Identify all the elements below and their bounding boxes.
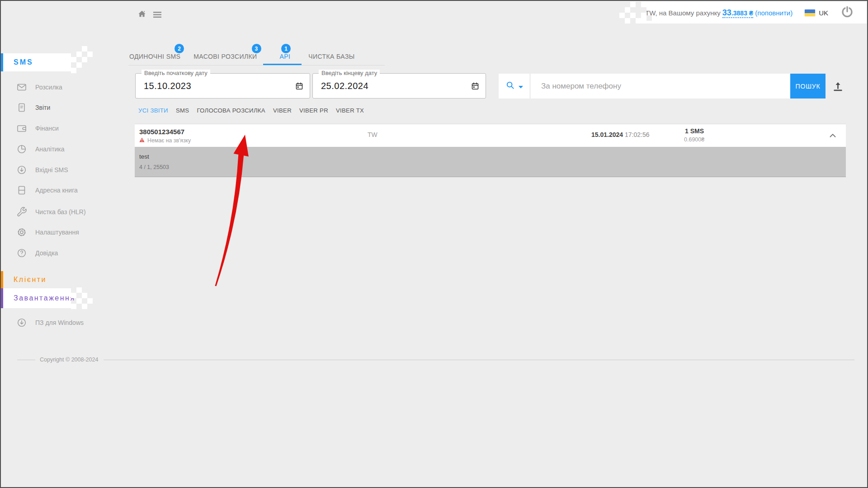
sidebar-section-downloads[interactable]: Завантаження: [0, 288, 71, 308]
message-text: test: [139, 153, 149, 160]
sent-date: 15.01.2024: [591, 131, 623, 138]
pixel-decoration: [630, 2, 636, 7]
message-meta: 4 / 1, 25503: [139, 164, 169, 170]
sidebar-item-chystka-baz[interactable]: Чистка баз (HLR): [16, 203, 86, 221]
sidebar-item-label: Налаштування: [35, 229, 79, 236]
sidebar-item-label: Звіти: [35, 104, 50, 111]
tab-label: API: [280, 53, 291, 60]
date-to-field[interactable]: Введіть кінцеву дату 25.02.2024: [312, 73, 486, 99]
pixel-decoration: [636, 18, 641, 23]
date-from-field[interactable]: Введіть початкову дату 15.10.2023: [135, 73, 310, 99]
pixel-decoration: [646, 15, 652, 21]
search-bar: ПОШУК: [499, 74, 826, 99]
wallet-icon: [16, 123, 27, 134]
balance-prefix: TW, на Вашому рахунку: [645, 9, 721, 17]
sidebar-item-nalashtuvannya[interactable]: Налаштування: [16, 223, 79, 241]
report-filter-tabs: УСІ ЗВІТИ SMS ГОЛОСОВА РОЗСИЛКА VIBER VI…: [138, 107, 364, 114]
ukraine-flag-icon: [805, 9, 815, 16]
tab-badge: 2: [175, 44, 184, 53]
pixel-decoration: [82, 304, 87, 309]
pixel-decoration: [87, 298, 93, 304]
sender-name: TW: [368, 131, 377, 138]
filter-sms[interactable]: SMS: [176, 107, 189, 114]
tab-chystka-bazy[interactable]: ЧИСТКА БАЗЫ: [302, 44, 361, 65]
power-logout-icon[interactable]: [840, 5, 854, 20]
filter-holosova-rozsylka[interactable]: ГОЛОСОВА РОЗСИЛКА: [197, 107, 265, 114]
currency-symbol: ₴: [749, 9, 753, 17]
app-root: TW, на Вашому рахунку 33.3883 ₴ (поповни…: [0, 0, 868, 488]
search-input[interactable]: [530, 74, 790, 99]
sidebar-item-windows-app[interactable]: ПЗ для Windows: [16, 314, 84, 332]
pixel-decoration: [87, 52, 93, 57]
filter-viber-tx[interactable]: VIBER TX: [336, 107, 364, 114]
sidebar-section-clients[interactable]: Клієнти: [0, 271, 71, 288]
report-row-details: test 4 / 1, 25503: [135, 147, 846, 177]
sidebar-item-dovidka[interactable]: Довідка: [16, 244, 58, 262]
sms-count: 1 SMS: [685, 127, 704, 135]
language-code: UK: [819, 9, 828, 17]
pixel-decoration: [619, 13, 625, 18]
sidebar-item-rozsylka[interactable]: Розсилка: [16, 78, 62, 96]
tab-label: ОДИНОЧНІ SMS: [129, 53, 180, 60]
analytics-icon: [16, 144, 27, 155]
balance-amount[interactable]: 33.3883 ₴: [722, 9, 753, 18]
phone-number: 380501234567: [139, 128, 184, 136]
tab-badge: 1: [281, 44, 291, 53]
main-tabs: ОДИНОЧНІ SMS 2 МАСОВІ РОЗСИЛКИ 3 API 1 Ч…: [128, 44, 385, 66]
sidebar-item-finansy[interactable]: Фінанси: [16, 119, 59, 137]
sidebar-item-label: Розсилка: [35, 84, 62, 91]
divider: [104, 360, 854, 360]
language-switcher[interactable]: UK: [805, 9, 828, 17]
pixel-decoration: [641, 7, 646, 13]
date-to-value: 25.02.2024: [321, 74, 368, 98]
pixel-decoration: [71, 57, 76, 62]
copyright-text: Copyright © 2008-2024: [40, 357, 98, 363]
status-badge: Немає на зв'язку: [139, 137, 191, 144]
upload-icon[interactable]: [832, 80, 844, 94]
hamburger-icon[interactable]: [153, 12, 162, 20]
filter-viber-pr[interactable]: VIBER PR: [299, 107, 328, 114]
mail-icon: [16, 82, 27, 93]
report-icon: [16, 102, 27, 113]
calendar-icon[interactable]: [295, 81, 304, 93]
report-row[interactable]: 380501234567 Немає на зв'язку TW 15.01.2…: [135, 124, 846, 147]
tab-api[interactable]: API 1: [263, 44, 302, 65]
date-from-value: 15.10.2023: [144, 74, 191, 98]
sidebar-item-zvity[interactable]: Звіти: [16, 99, 50, 117]
search-icon: [505, 80, 515, 92]
pixel-decoration: [76, 52, 82, 57]
tab-masovi-rozsylky[interactable]: МАСОВІ РОЗСИЛКИ 3: [187, 44, 263, 65]
search-button[interactable]: ПОШУК: [790, 74, 826, 99]
filter-viber[interactable]: VIBER: [273, 107, 292, 114]
sidebar-item-label: Чистка баз (HLR): [35, 208, 86, 216]
search-type-dropdown[interactable]: [499, 74, 530, 99]
topup-link[interactable]: (поповнити): [755, 9, 793, 17]
pixel-decoration: [82, 57, 87, 62]
tab-badge: 3: [252, 44, 261, 53]
sidebar-brand-sms[interactable]: SMS: [0, 53, 71, 71]
tab-odynochni-sms[interactable]: ОДИНОЧНІ SMS 2: [128, 44, 187, 65]
status-text: Немає на зв'язку: [147, 137, 191, 144]
inbox-icon: [16, 164, 27, 175]
pixel-decoration: [76, 298, 82, 304]
pixel-decoration: [76, 62, 82, 68]
warning-icon: [139, 137, 145, 144]
pixel-decoration: [71, 293, 76, 298]
sidebar-item-vhidni-sms[interactable]: Вхідні SMS: [16, 161, 68, 179]
sidebar-item-analityka[interactable]: Аналітика: [16, 140, 65, 158]
sent-time: 17:02:56: [625, 131, 650, 138]
sidebar-item-adresna-knyha[interactable]: Адресна книга: [16, 181, 78, 199]
sidebar-item-label: Фінанси: [35, 125, 59, 132]
gear-icon: [16, 227, 27, 238]
tab-label: ЧИСТКА БАЗЫ: [308, 53, 354, 60]
sidebar-item-label: Довідка: [35, 249, 58, 257]
calendar-icon[interactable]: [471, 81, 480, 93]
pixel-decoration: [625, 7, 630, 13]
home-icon[interactable]: [137, 9, 147, 21]
chevron-up-icon[interactable]: [828, 131, 838, 142]
pixel-decoration: [630, 13, 636, 18]
download-icon: [16, 317, 27, 328]
filter-usi-zvity[interactable]: УСІ ЗВІТИ: [138, 107, 168, 114]
divider: [17, 360, 35, 360]
copyright: Copyright © 2008-2024: [17, 357, 854, 363]
